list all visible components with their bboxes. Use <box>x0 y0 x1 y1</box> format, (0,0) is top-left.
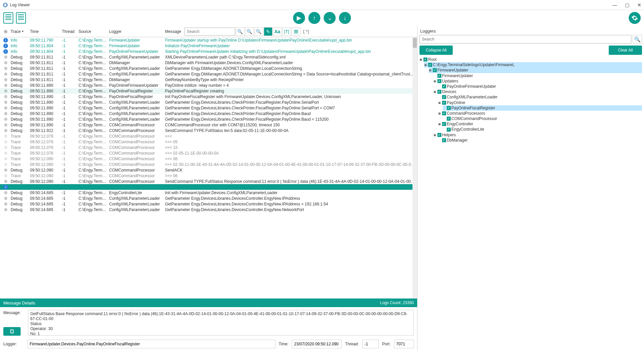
table-row[interactable]: Debug09:50:14.685-1C:\Engy.TerminalSConf… <box>0 201 417 207</box>
table-row[interactable]: Debug09:50:11.890-1C:\Engy.TerminalSPayO… <box>0 88 417 94</box>
vertical-scrollbar[interactable] <box>412 37 417 298</box>
message-label: Message: <box>3 310 23 315</box>
svg-rect-5 <box>294 33 298 33</box>
case-toggle[interactable]: Aa <box>273 27 282 36</box>
down-double-button[interactable]: ⌄ <box>324 12 336 24</box>
table-row[interactable]: Trace09:50:12.076-1C:\Engy.TerminalSCOMC… <box>0 139 417 145</box>
port-field[interactable] <box>394 340 414 348</box>
search-next-button[interactable]: 🔍 <box>254 27 263 36</box>
column-source[interactable]: Source <box>77 29 108 34</box>
table-row[interactable]: Trace09:50:12.076-1C:\Engy.TerminalSCOMC… <box>0 133 417 139</box>
copy-message-button[interactable] <box>3 327 21 336</box>
loggers-tree[interactable]: ▣✓Root ▣✓C:\Engy.TerminalSide\logs\Updat… <box>419 57 642 143</box>
table-row[interactable]: iInfo09:50:11.804-1C:\Engy.TerminalSPayO… <box>0 49 417 54</box>
column-thread[interactable]: Thread <box>61 29 77 34</box>
window-title: Log Viewer <box>10 3 30 7</box>
table-row[interactable]: Trace09:50:12.090-1C:\Engy.TerminalSCOMC… <box>0 162 417 167</box>
grid-header: Trace▼ Time Thread Source Logger Message… <box>0 26 417 37</box>
trace-filter[interactable]: Trace▼ <box>9 29 29 34</box>
play-button[interactable]: ▶ <box>293 12 305 24</box>
table-row[interactable]: Debug09:50:11.890-1C:\Engy.TerminalSCOMC… <box>0 122 417 128</box>
table-row[interactable]: Debug09:50:11.890-1C:\Engy.TerminalSConf… <box>0 99 417 105</box>
clear-all-button[interactable]: Clear All <box>609 46 642 55</box>
logger-label: Logger: <box>3 342 24 346</box>
down-button[interactable]: ↓ <box>339 12 351 24</box>
log-grid[interactable]: iInfo09:50:11.790-1C:\Engy.TerminalSFirm… <box>0 37 417 212</box>
table-row[interactable]: Debug09:50:11.811-1C:\Engy.TerminalSConf… <box>0 54 417 60</box>
table-row[interactable]: Debug09:50:11.922-1C:\Engy.TerminalSCOMC… <box>0 128 417 133</box>
settings-button[interactable] <box>629 12 641 24</box>
loggers-search-input[interactable] <box>419 35 631 44</box>
open-file-button[interactable] <box>3 12 13 24</box>
svg-rect-1 <box>4 4 6 6</box>
table-row[interactable]: Debug09:50:12.090-1C:\Engy.TerminalSCOMC… <box>0 178 417 184</box>
column-logger[interactable]: Logger <box>108 29 164 34</box>
table-row[interactable]: Debug09:50:14.685-1C:\Engy.TerminalSEngy… <box>0 190 417 195</box>
column-message[interactable]: Message <box>164 29 183 34</box>
table-row[interactable]: Debug09:50:11.890-1C:\Engy.TerminalSPayO… <box>0 94 417 99</box>
minimize-button[interactable]: — <box>612 2 617 8</box>
svg-rect-4 <box>294 31 298 32</box>
table-row[interactable]: Trace09:50:12.090-1C:\Engy.TerminalSCOMC… <box>0 156 417 162</box>
details-header: Message Details Logs Count: 23350 <box>0 298 417 307</box>
table-row[interactable]: Debug09:50:11.811-1C:\Engy.TerminalSConf… <box>0 65 417 71</box>
port-label: Port: <box>382 342 391 346</box>
message-details-text[interactable]: GetFullStatus Base Response command:11 e… <box>28 310 414 336</box>
maximize-button[interactable]: ▢ <box>625 2 629 8</box>
regex-pattern: (.*) <box>303 29 309 34</box>
logger-field[interactable] <box>27 340 275 348</box>
table-row[interactable]: Debug09:50:11.890-1C:\Engy.TerminalSPayO… <box>0 82 417 88</box>
search-prev-button[interactable]: 🔍 <box>245 27 254 36</box>
search-input[interactable] <box>185 28 235 36</box>
up-button[interactable]: ↑ <box>308 12 320 24</box>
table-row[interactable]: Debug09:50:11.811-1C:\Engy.TerminalSDbMa… <box>0 60 417 65</box>
loggers-search-button[interactable]: 🔍 <box>633 35 642 44</box>
table-row[interactable]: iInfo09:50:11.804-1C:\Engy.TerminalSFirm… <box>0 43 417 49</box>
collapse-all-button[interactable]: Collapse All <box>419 46 453 55</box>
table-row[interactable]: iInfo09:50:12.090-1C:\Engy.TerminalSPayO… <box>0 184 417 190</box>
table-row[interactable]: Debug09:50:11.811-1C:\Engy.TerminalSConf… <box>0 71 417 77</box>
app-icon <box>3 2 8 8</box>
open-file-2-button[interactable] <box>16 12 26 24</box>
regex-options[interactable] <box>292 27 300 36</box>
highlight-toggle[interactable]: ✎ <box>264 27 272 36</box>
table-row[interactable]: Debug09:50:11.890-1C:\Engy.TerminalSConf… <box>0 105 417 111</box>
column-time[interactable]: Time <box>29 29 61 34</box>
svg-point-2 <box>4 30 8 33</box>
table-row[interactable]: Debug09:50:11.811-1C:\Engy.TerminalSDbMa… <box>0 77 417 82</box>
table-row[interactable]: Trace09:50:12.076-1C:\Engy.TerminalSCOMC… <box>0 145 417 150</box>
search-button[interactable]: 🔍 <box>236 27 244 36</box>
toolbar: ▶ ↑ ⌄ ↓ <box>0 10 644 26</box>
loggers-title: Loggers <box>419 28 642 35</box>
time-field[interactable] <box>292 340 342 348</box>
table-row[interactable]: Debug09:50:14.685-1C:\Engy.TerminalSConf… <box>0 207 417 212</box>
svg-rect-3 <box>294 30 298 31</box>
thread-label: Thread: <box>345 342 359 346</box>
table-row[interactable]: Debug09:50:12.090-1C:\Engy.TerminalSCOMC… <box>0 167 417 173</box>
table-row[interactable]: Debug09:50:11.890-1C:\Engy.TerminalSConf… <box>0 111 417 116</box>
time-label: Time: <box>279 342 289 346</box>
table-row[interactable]: Debug09:50:14.685-1C:\Engy.TerminalSConf… <box>0 195 417 201</box>
table-row[interactable]: Trace09:50:12.076-1C:\Engy.TerminalSCOMC… <box>0 150 417 156</box>
thread-field[interactable] <box>362 340 379 348</box>
titlebar: Log Viewer — ▢ ✕ <box>0 0 644 10</box>
whole-word-toggle[interactable]: |T| <box>282 27 291 36</box>
table-row[interactable]: iInfo09:50:11.790-1C:\Engy.TerminalSFirm… <box>0 37 417 43</box>
close-button[interactable]: ✕ <box>637 2 641 8</box>
table-row[interactable]: Trace09:50:12.090-1C:\Engy.TerminalSCOMC… <box>0 173 417 178</box>
table-row[interactable]: Debug09:50:11.890-1C:\Engy.TerminalSConf… <box>0 116 417 122</box>
